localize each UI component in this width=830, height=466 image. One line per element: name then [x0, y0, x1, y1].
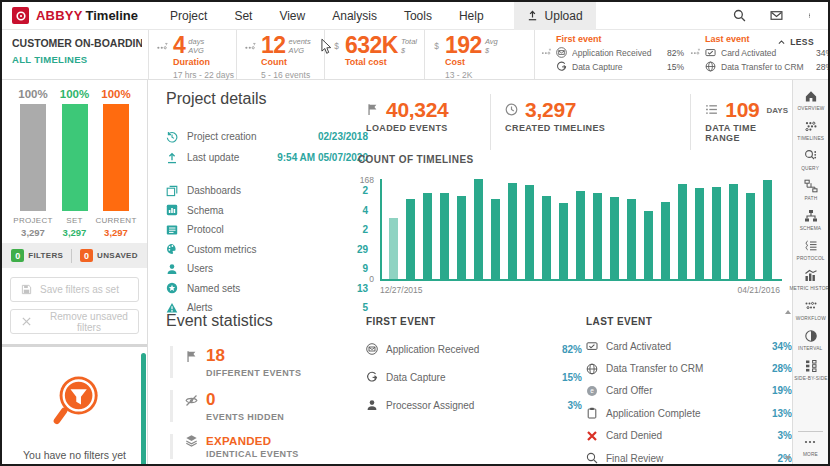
- sidebar-scrollbar[interactable]: [141, 353, 146, 464]
- right-nav-sidebar: OVERVIEWTIMELINESQUERYPATHSCHEMAPROTOCOL…: [792, 80, 828, 464]
- final-review-icon: [586, 452, 598, 464]
- user-icon: [166, 263, 178, 275]
- stat-unit2: AVG: [289, 46, 311, 55]
- project-selector[interactable]: CUSTOMER ON-BOARDING - C... ALL TIMELINE…: [2, 30, 148, 79]
- event-pct: 15%: [667, 62, 684, 72]
- bar-count: 3,297: [63, 227, 87, 238]
- stat-value: 12: [261, 35, 286, 56]
- event-name: Card Activated: [606, 341, 671, 352]
- search-icon[interactable]: [733, 9, 746, 22]
- kebab-menu-icon[interactable]: [807, 9, 812, 22]
- y-axis-max-label: 168: [353, 175, 374, 185]
- group-dots-icon: [689, 48, 702, 56]
- nav-label: PROTOCOL: [796, 256, 824, 261]
- chart-bar: [440, 193, 449, 279]
- collapse-less-button[interactable]: LESS: [771, 36, 820, 48]
- stat-unit: events: [289, 37, 311, 46]
- bar-count: 3,297: [21, 227, 45, 238]
- sidebar-item-protocol[interactable]: PROTOCOL: [793, 235, 828, 265]
- sidebar-item-workflow[interactable]: WORKFLOW: [793, 295, 828, 325]
- processor-assigned-icon: [366, 399, 378, 411]
- sidebar-item-metric-history[interactable]: METRIC HISTORY: [793, 265, 828, 295]
- first-event-rows: Application Received82%Data Capture15%Pr…: [366, 335, 582, 419]
- filters-badge: 0 FILTERS: [11, 249, 63, 262]
- event-statistics-list: 18DIFFERENT EVENTS0EVENTS HIDDENEXPANDED…: [170, 346, 352, 459]
- menu-project[interactable]: Project: [170, 9, 207, 23]
- kpi-row: 40,324LOADED EVENTS3,297CREATED TIMELINE…: [352, 94, 788, 150]
- filters-count: 0: [11, 249, 24, 262]
- duration-icon: [156, 42, 169, 51]
- event-pct: 28%: [816, 62, 830, 72]
- chart-bar: [423, 193, 432, 279]
- sidebar-item-more[interactable]: MORE: [798, 431, 824, 461]
- clock-icon: [505, 103, 518, 116]
- chart-bar: [610, 197, 619, 279]
- stat-unit2: AVG: [188, 46, 204, 55]
- sidebar-item-timelines[interactable]: TIMELINES: [793, 115, 828, 145]
- main-scrollbar[interactable]: [784, 310, 791, 460]
- card-offer-icon: e: [586, 385, 598, 397]
- first-event-summary: First eventApplication Received82%Data C…: [534, 30, 684, 79]
- chart-title: COUNT OF TIMELINES: [358, 154, 782, 165]
- protocol-icon: [804, 239, 818, 253]
- event-stat-label: EVENTS HIDDEN: [185, 412, 352, 422]
- all-timelines-label[interactable]: ALL TIMELINES: [12, 54, 142, 65]
- menu-analysis[interactable]: Analysis: [332, 9, 377, 23]
- chart-bar: [746, 193, 755, 279]
- mail-icon[interactable]: [770, 9, 783, 22]
- stat-unit: Total: [401, 37, 417, 46]
- menu-help[interactable]: Help: [459, 9, 484, 23]
- application-received-icon: [556, 47, 567, 58]
- unsaved-label: UNSAVED: [97, 251, 138, 260]
- menu-tools[interactable]: Tools: [404, 9, 432, 23]
- star-circle-icon: [166, 282, 178, 294]
- layers-icon: [185, 434, 198, 447]
- menubar: ProjectSetViewAnalysisToolsHelp: [170, 9, 484, 23]
- event-name: Application Received: [386, 344, 479, 355]
- event-name: Card Denied: [606, 430, 662, 441]
- bar: [62, 104, 88, 211]
- event-row: Application Received82%: [556, 47, 684, 58]
- stat-value: 4: [173, 35, 185, 56]
- remove-filters-button[interactable]: Remove unsaved filters: [10, 309, 139, 334]
- save-filters-button[interactable]: Save filters as set: [10, 277, 139, 302]
- event-stat-identical-events: EXPANDEDIDENTICAL EVENTS: [170, 434, 352, 459]
- menu-set[interactable]: Set: [234, 9, 252, 23]
- data-capture-icon: [556, 61, 567, 72]
- event-name: Final Review: [606, 453, 663, 464]
- brand-abbyy: ABBYY: [36, 8, 83, 23]
- sidebar-item-schema[interactable]: SCHEMA: [793, 205, 828, 235]
- nav-label: INTERVAL: [798, 346, 822, 351]
- chart-bar: [695, 188, 704, 279]
- chart-plot-area: [380, 179, 782, 281]
- unsaved-count: 0: [80, 249, 93, 262]
- event-stat-value: EXPANDED: [206, 435, 271, 447]
- detail-protocol: Protocol2: [166, 220, 368, 240]
- project-title[interactable]: CUSTOMER ON-BOARDING - C...: [12, 37, 142, 49]
- sidebar-item-overview[interactable]: OVERVIEW: [793, 85, 828, 115]
- scroll-up-icon[interactable]: [785, 310, 791, 314]
- kpi-label: DATA TIME RANGE: [705, 123, 788, 143]
- cost-icon: $: [432, 40, 441, 52]
- event-name: Application Received: [572, 48, 665, 58]
- upload-button[interactable]: Upload: [514, 2, 596, 30]
- filters-status-bar: 0 FILTERS 0 UNSAVED: [2, 243, 147, 268]
- detail-label: Dashboards: [187, 185, 241, 196]
- scroll-down-icon[interactable]: [785, 456, 791, 460]
- chart-square-icon: [166, 204, 178, 216]
- menu-view[interactable]: View: [279, 9, 305, 23]
- sidebar-item-path[interactable]: PATH: [793, 175, 828, 205]
- last-event-rows: Card Activated34%Data Transfer to CRM28%…: [586, 335, 792, 464]
- event-row-data-capture: Data Capture15%: [366, 363, 582, 391]
- sidebar-item-query[interactable]: QUERY: [793, 145, 828, 175]
- chart-bar: [593, 193, 602, 279]
- nav-label: QUERY: [802, 166, 820, 171]
- event-stat-label: DIFFERENT EVENTS: [185, 368, 352, 378]
- sidebar-item-side-by-side[interactable]: SIDE-BY-SIDE: [793, 355, 828, 385]
- unsaved-badge: 0 UNSAVED: [80, 249, 138, 262]
- event-row: Card Activated34%: [705, 47, 830, 58]
- filters-label: FILTERS: [28, 251, 63, 260]
- sidebar-item-interval[interactable]: INTERVAL: [793, 325, 828, 355]
- stat-range: 13 - 2K: [445, 70, 498, 80]
- stat-total-cost: $632KTotal$Total cost: [324, 30, 424, 79]
